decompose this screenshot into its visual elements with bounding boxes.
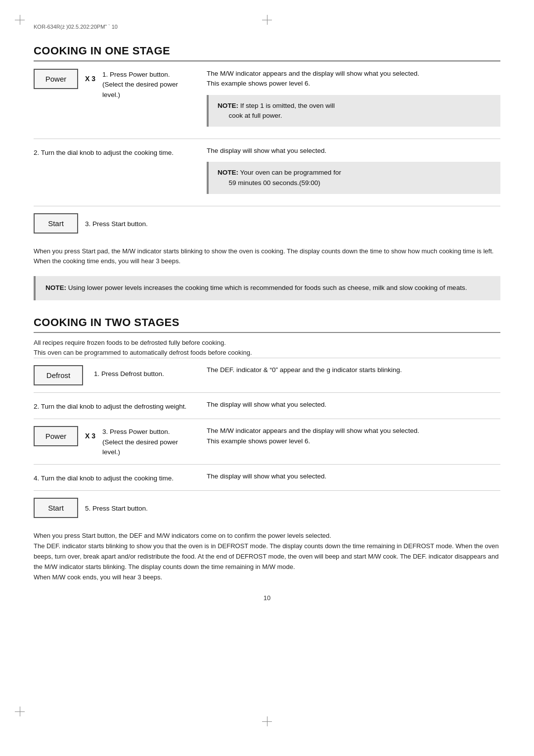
s2-step1-right: The DEF. indicator & “0” appear and the … [192,365,500,375]
s2-step5-left: Start 5. Press Start button. [34,498,192,518]
s2-step1-left: Defrost 1. Press Defrost button. [34,365,192,385]
s2-step2-right-text: The display will show what you selected. [207,400,500,410]
s2-step3-right-text: The M/W indicator appears and the displa… [207,426,500,446]
section1-info: When you press Start pad, the M/W indica… [34,240,500,270]
bottom-center-mark [262,716,272,726]
s1-step2-right-text: The display will show what you selected. [207,146,500,156]
s1-step2-desc: 2. Turn the dial knob to adjust the cook… [34,146,174,158]
s1-step3-row: Start 3. Press Start button. [34,206,500,240]
start-button-1[interactable]: Start [34,213,78,234]
x3-label-2: X 3 [85,432,95,440]
s1-note1-block: NOTE: If step 1 is omitted, the oven wil… [207,95,500,127]
corner-mark-tl [15,15,25,25]
start-button-2[interactable]: Start [34,498,78,518]
s2-step4-row: 4. Turn the dial knob to adjust the cook… [34,465,500,491]
page: KOR-634R(ż )02.5.202:20PM˜ ` 10 COOKING … [0,0,534,756]
s1-step1-right-text: The M/W indicator appears and the displa… [207,69,500,89]
section1-steps: Power X 3 1. Press Power button.(Select … [34,61,500,240]
s2-step1-desc: 1. Press Defrost button. [94,369,164,379]
s1-step1-right: The M/W indicator appears and the displa… [192,69,500,132]
s1-step1-left: Power X 3 1. Press Power button.(Select … [34,69,192,100]
s2-step4-left: 4. Turn the dial knob to adjust the cook… [34,472,192,483]
note-wide-label: NOTE: [45,284,66,291]
note-wide-text: Using lower power levels increases the c… [68,284,467,291]
s2-step4-right-text: The display will show what you selected. [207,472,500,481]
s1-step3-left: Start 3. Press Start button. [34,213,192,234]
section1-title: COOKING IN ONE STAGE [34,45,500,61]
section1-note-wide: NOTE: Using lower power levels increases… [34,276,500,300]
s2-step3-desc: 3. Press Power button.(Select the desire… [102,427,178,457]
power-button-1[interactable]: Power [34,69,78,89]
s2-step2-right: The display will show what you selected. [192,400,500,410]
s2-step3-left: Power X 3 3. Press Power button.(Select … [34,426,192,457]
corner-mark-bl [15,707,25,716]
page-number: 10 [34,594,500,602]
s2-step5-desc: 5. Press Start button. [85,504,148,514]
s1-step2-right: The display will show what you selected.… [192,146,500,199]
s2-step3-row: Power X 3 3. Press Power button.(Select … [34,419,500,465]
s1-step3-desc: 3. Press Start button. [85,219,148,229]
power-button-2[interactable]: Power [34,426,78,446]
s2-step5-row: Start 5. Press Start button. [34,491,500,525]
note2-label: NOTE: [218,169,238,176]
s2-step4-desc: 4. Turn the dial knob to adjust the cook… [34,472,174,483]
s2-step2-desc: 2. Turn the dial knob to adjust the defr… [34,400,186,412]
s2-step1-right-text: The DEF. indicator & “0” appear and the … [207,365,500,375]
s1-step2-row: 2. Turn the dial knob to adjust the cook… [34,139,500,206]
s1-step1-desc: 1. Press Power button.(Select the desire… [102,70,178,100]
defrost-button[interactable]: Defrost [34,365,83,385]
s1-step1-row: Power X 3 1. Press Power button.(Select … [34,62,500,139]
s1-note2-block: NOTE: Your oven can be programmed for 59… [207,162,500,194]
s2-step2-row: 2. Turn the dial knob to adjust the defr… [34,393,500,419]
s1-step2-left: 2. Turn the dial knob to adjust the cook… [34,146,192,158]
s2-step2-left: 2. Turn the dial knob to adjust the defr… [34,400,192,412]
section2-title: COOKING IN TWO STAGES [34,316,500,333]
section2-steps: Defrost 1. Press Defrost button. The DEF… [34,358,500,525]
s2-step1-row: Defrost 1. Press Defrost button. The DEF… [34,358,500,393]
s2-step4-right: The display will show what you selected. [192,472,500,481]
s2-step3-right: The M/W indicator appears and the displa… [192,426,500,446]
top-center-mark [262,15,272,25]
section2-intro: All recipes require frozen foods to be d… [34,333,500,358]
x3-label-1: X 3 [85,75,95,83]
section2-bottom-text: When you press Start button, the DEF and… [34,531,500,582]
note1-label: NOTE: [218,102,238,109]
